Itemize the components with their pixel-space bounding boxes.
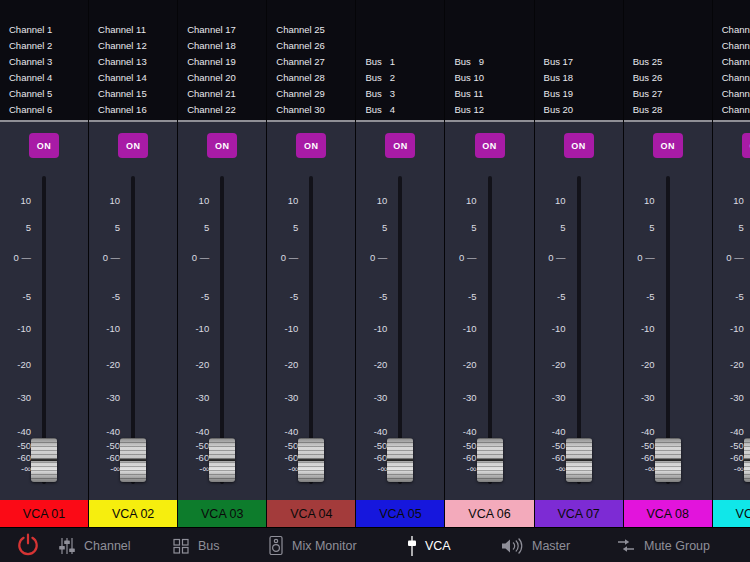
assigned-source-label: Bus 19 xyxy=(544,86,623,102)
fader-area: ON 1050 —-5-10-20-30-40-50-60-∞ xyxy=(0,122,88,500)
power-button[interactable] xyxy=(16,533,40,557)
assigned-source-label: Channel 18 xyxy=(187,38,266,54)
assignment-list: Bus 9Bus 10Bus 11Bus 12 xyxy=(445,0,533,122)
db-scale-label: -10 xyxy=(713,323,744,335)
assignment-list: Bus 25Bus 26Bus 27Bus 28 xyxy=(624,0,712,122)
fader-handle[interactable] xyxy=(477,438,503,482)
tab-mix-monitor[interactable]: Mix Monitor xyxy=(268,528,357,562)
vca-name-label[interactable]: VCA 06 xyxy=(445,500,533,527)
fader-handle[interactable] xyxy=(566,438,592,482)
assigned-source-label: Chann xyxy=(722,38,750,54)
db-scale-label: -10 xyxy=(445,323,476,335)
db-scale-label: -40 xyxy=(356,426,387,438)
db-scale-label: -50 xyxy=(713,440,744,452)
fader-area: ON 1050 —-5-10-20-30-40-50-60-∞ xyxy=(356,122,444,500)
db-scale-label: -5 xyxy=(624,291,655,303)
tab-mute-group[interactable]: Mute Group xyxy=(616,528,710,562)
db-scale-label: -5 xyxy=(535,291,566,303)
assignment-list: Bus 1Bus 2Bus 3Bus 4 xyxy=(356,0,444,122)
fader-handle[interactable] xyxy=(387,438,413,482)
assigned-source-label: Channel 13 xyxy=(98,54,177,70)
vca-name-label[interactable]: VCA 08 xyxy=(624,500,712,527)
db-scale-label: 0 — xyxy=(713,252,744,264)
db-scale-label: -20 xyxy=(624,359,655,371)
vca-strip: Bus 1Bus 2Bus 3Bus 4 ON 1050 —-5-10-20-3… xyxy=(356,0,445,527)
db-scale-label: -20 xyxy=(267,359,298,371)
db-scale-label: -40 xyxy=(713,426,744,438)
db-scale-label: 5 xyxy=(267,222,298,234)
db-scale-label: 5 xyxy=(356,222,387,234)
assigned-source-label: Channel 14 xyxy=(98,70,177,86)
db-scale-label: -30 xyxy=(445,392,476,404)
assigned-source-label: Channel 29 xyxy=(276,86,355,102)
assigned-source-label: Chann xyxy=(722,70,750,86)
assigned-source-label: Channel 19 xyxy=(187,54,266,70)
vca-name-label[interactable]: VCA 04 xyxy=(267,500,355,527)
fader-handle[interactable] xyxy=(120,438,146,482)
db-scale-label: -60 xyxy=(445,452,476,464)
on-button[interactable]: ON xyxy=(118,133,148,158)
db-scale-label: -30 xyxy=(356,392,387,404)
vca-name-label[interactable]: VCA 05 xyxy=(356,500,444,527)
assigned-source-label: Channel 15 xyxy=(98,86,177,102)
vca-name-label[interactable]: VCA 01 xyxy=(0,500,88,527)
vca-name-label[interactable]: VCA 07 xyxy=(535,500,623,527)
on-button[interactable]: ON xyxy=(564,133,594,158)
db-scale-label: -20 xyxy=(356,359,387,371)
db-scale-label: -40 xyxy=(0,426,31,438)
fader-area: ON 1050 —-5-10-20-30-40-50-60-∞ xyxy=(445,122,533,500)
on-button[interactable]: ON xyxy=(29,133,59,158)
fader-handle[interactable] xyxy=(209,438,235,482)
db-scale-label: -5 xyxy=(445,291,476,303)
db-scale-label: 5 xyxy=(713,222,744,234)
db-scale-label: 5 xyxy=(535,222,566,234)
db-scale-label: 10 xyxy=(535,195,566,207)
fader-handle[interactable] xyxy=(744,438,750,482)
assigned-source-label: Bus 1 xyxy=(365,54,444,70)
fader-handle[interactable] xyxy=(298,438,324,482)
on-button[interactable]: ON xyxy=(296,133,326,158)
tab-vca[interactable]: VCA xyxy=(407,528,451,562)
assigned-source-label: Channel 2 xyxy=(9,38,88,54)
db-scale-label: -∞ xyxy=(178,463,209,475)
fader-handle[interactable] xyxy=(31,438,57,482)
tab-channel[interactable]: Channel xyxy=(58,528,131,562)
assigned-source-label: Channel 30 xyxy=(276,102,355,118)
on-button[interactable]: ON xyxy=(742,133,750,158)
db-scale-label: -40 xyxy=(535,426,566,438)
vca-name-label[interactable]: VCA 03 xyxy=(178,500,266,527)
vca-strip: ChannChannChannChannChannChann ON 1050 —… xyxy=(713,0,750,527)
db-scale-label: -10 xyxy=(624,323,655,335)
db-scale-label: -∞ xyxy=(89,463,120,475)
on-button[interactable]: ON xyxy=(207,133,237,158)
assigned-source-label: Chann xyxy=(722,54,750,70)
tab-bus-label: Bus xyxy=(198,539,220,553)
on-button[interactable]: ON xyxy=(653,133,683,158)
fader-handle[interactable] xyxy=(655,438,681,482)
tab-bus[interactable]: Bus xyxy=(172,528,220,562)
db-scale-label: -10 xyxy=(267,323,298,335)
vca-strip: Channel 25Channel 26Channel 27Channel 28… xyxy=(267,0,356,527)
db-scale-label: -50 xyxy=(0,440,31,452)
fader-area: ON 1050 —-5-10-20-30-40-50-60-∞ xyxy=(713,122,750,500)
assignment-list: Channel 25Channel 26Channel 27Channel 28… xyxy=(267,0,355,122)
db-scale-label: -5 xyxy=(713,291,744,303)
assigned-source-label: Bus 3 xyxy=(365,86,444,102)
assigned-source-label: Channel 20 xyxy=(187,70,266,86)
db-scale-label: -50 xyxy=(267,440,298,452)
db-scale-label: -5 xyxy=(267,291,298,303)
vca-name-label[interactable]: VCA 09 xyxy=(713,500,750,527)
db-scale-label: 10 xyxy=(445,195,476,207)
db-scale-label: 10 xyxy=(89,195,120,207)
assigned-source-label: Bus 18 xyxy=(544,70,623,86)
db-scale-label: -40 xyxy=(624,426,655,438)
tab-master[interactable]: Master xyxy=(500,528,570,562)
on-button[interactable]: ON xyxy=(385,133,415,158)
db-scale-label: -60 xyxy=(624,452,655,464)
assigned-source-label: Channel 1 xyxy=(9,22,88,38)
assigned-source-label: Bus 12 xyxy=(454,102,533,118)
vca-name-label[interactable]: VCA 02 xyxy=(89,500,177,527)
db-scale-label: 10 xyxy=(624,195,655,207)
on-button[interactable]: ON xyxy=(475,133,505,158)
assigned-source-label: Channel 12 xyxy=(98,38,177,54)
